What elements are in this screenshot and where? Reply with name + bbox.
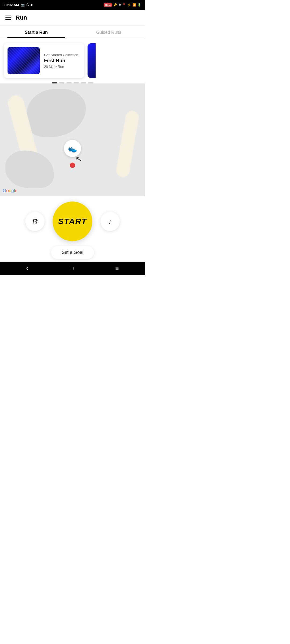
flash-icon: ⚡ — [127, 3, 131, 7]
battery-icon: 🔋 — [137, 3, 141, 7]
hamburger-line-2 — [5, 17, 11, 18]
featured-card-first-run[interactable]: Get Started Collection First Run 20 Min … — [4, 43, 84, 78]
google-watermark: Google — [3, 188, 17, 193]
home-icon: □ — [70, 265, 74, 272]
hamburger-line-1 — [5, 16, 11, 16]
home-button[interactable]: □ — [67, 264, 77, 273]
status-bar: 10:02 AM 📷 ⬡ REC 🔑 ✲ 📍 ⚡ 📶 🔋 — [0, 0, 145, 10]
status-left: 10:02 AM 📷 ⬡ — [4, 3, 32, 7]
card-meta: 20 Min • Run — [44, 65, 78, 69]
recents-button[interactable]: ≡ — [112, 264, 122, 273]
music-button[interactable]: ♪ — [100, 212, 120, 231]
map-shape-2 — [5, 151, 54, 188]
back-button[interactable]: ‹ — [23, 264, 31, 273]
start-run-button[interactable]: START — [53, 202, 92, 241]
tab-guided-runs[interactable]: Guided Runs — [73, 26, 145, 38]
settings-button[interactable]: ⚙ — [25, 212, 45, 231]
recents-icon: ≡ — [115, 265, 119, 272]
controls-row: ⚙ START ♪ — [0, 202, 145, 241]
start-label: START — [58, 217, 87, 226]
card-info: Get Started Collection First Run 20 Min … — [44, 53, 78, 69]
header: Run — [0, 10, 145, 26]
location-dot — [70, 163, 75, 168]
card-collection: Get Started Collection — [44, 53, 78, 57]
music-icon: ♪ — [108, 217, 112, 226]
map-road-2 — [115, 110, 140, 178]
wifi-icon: 📶 — [132, 3, 136, 7]
map-view[interactable]: ↖ 👟 Google — [0, 83, 145, 196]
set-goal-button[interactable]: Set a Goal — [51, 246, 94, 259]
shoe-icon: 👟 — [68, 144, 77, 153]
key-icon: 🔑 — [113, 3, 117, 7]
bottom-controls: ⚙ START ♪ Set a Goal — [0, 196, 145, 262]
bluetooth-icon: ✲ — [118, 3, 121, 7]
card-thumbnail — [8, 47, 40, 74]
featured-cards-row: Get Started Collection First Run 20 Min … — [0, 38, 145, 81]
tab-start-a-run[interactable]: Start a Run — [0, 26, 73, 38]
rec-badge: REC — [104, 3, 112, 7]
map-shape-1 — [27, 89, 86, 137]
settings-icon: ⚙ — [32, 217, 38, 226]
card-peek — [88, 43, 96, 78]
tab-bar: Start a Run Guided Runs — [0, 26, 145, 38]
hamburger-line-3 — [5, 19, 11, 20]
dot-indicator — [31, 4, 32, 6]
status-time: 10:02 AM — [4, 3, 19, 7]
carousel-dots — [0, 81, 145, 83]
cast-icon: ⬡ — [26, 3, 29, 7]
system-nav-bar: ‹ □ ≡ — [0, 262, 145, 275]
hamburger-menu-button[interactable] — [5, 16, 11, 20]
camera-icon: 📷 — [21, 3, 25, 7]
location-icon: 📍 — [122, 3, 126, 7]
page-title: Run — [16, 14, 27, 21]
back-icon: ‹ — [26, 265, 28, 272]
shoe-button[interactable]: 👟 — [64, 140, 81, 157]
card-title: First Run — [44, 58, 78, 64]
status-right: REC 🔑 ✲ 📍 ⚡ 📶 🔋 — [104, 3, 141, 7]
